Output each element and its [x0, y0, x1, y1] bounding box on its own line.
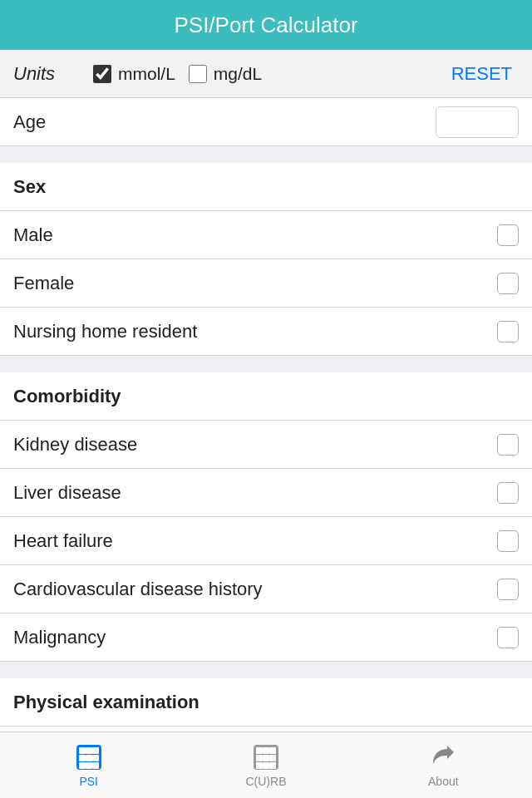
tab-psi-label: PSI [79, 775, 98, 788]
female-checkbox[interactable] [497, 273, 519, 294]
comorbidity-header-row: Comorbidity [0, 372, 532, 421]
spacer-3 [0, 662, 532, 678]
tab-curb-label: C(U)RB [245, 775, 286, 788]
svg-rect-16 [269, 755, 276, 761]
svg-rect-11 [256, 747, 263, 754]
kidney-disease-row: Kidney disease [0, 421, 532, 469]
main-content: Age Sex Male Female Nursing home residen… [0, 98, 532, 798]
liver-disease-label: Liver disease [13, 482, 497, 504]
mgdl-group: mg/dL [189, 64, 262, 84]
female-label: Female [13, 273, 497, 294]
age-label: Age [13, 111, 436, 133]
male-label: Male [13, 224, 497, 246]
male-checkbox[interactable] [497, 224, 519, 246]
cardiovascular-row: Cardiovascular disease history [0, 565, 532, 613]
reset-button[interactable]: RESET [445, 60, 519, 88]
svg-rect-17 [256, 762, 263, 769]
svg-rect-9 [92, 762, 99, 769]
mmol-checkbox[interactable] [93, 65, 111, 83]
svg-rect-19 [269, 762, 276, 769]
spacer-1 [0, 146, 532, 163]
svg-rect-8 [86, 762, 92, 769]
svg-rect-5 [86, 755, 92, 761]
svg-rect-2 [86, 747, 92, 754]
age-input[interactable] [436, 106, 519, 138]
curb-calculator-icon [252, 743, 280, 771]
svg-rect-1 [79, 747, 86, 754]
age-row: Age [0, 98, 532, 146]
svg-rect-6 [92, 755, 99, 761]
mgdl-checkbox[interactable] [189, 65, 207, 83]
about-share-icon [429, 743, 457, 771]
nursing-home-checkbox[interactable] [497, 321, 519, 342]
kidney-disease-label: Kidney disease [13, 434, 497, 456]
physical-header-row: Physical examination [0, 678, 532, 727]
app-title: PSI/Port Calculator [174, 12, 357, 38]
heart-failure-row: Heart failure [0, 517, 532, 565]
spacer-2 [0, 356, 532, 372]
svg-rect-13 [269, 747, 276, 754]
svg-rect-12 [263, 747, 269, 754]
nursing-home-row: Nursing home resident [0, 308, 532, 356]
svg-rect-3 [92, 747, 99, 754]
tab-curb[interactable]: C(U)RB [177, 732, 354, 798]
malignancy-row: Malignancy [0, 613, 532, 662]
svg-rect-7 [79, 762, 86, 769]
cardiovascular-checkbox[interactable] [497, 579, 519, 600]
mmol-label[interactable]: mmol/L [118, 64, 175, 84]
liver-disease-row: Liver disease [0, 469, 532, 517]
cardiovascular-label: Cardiovascular disease history [13, 579, 497, 600]
malignancy-label: Malignancy [13, 627, 497, 648]
svg-rect-14 [256, 755, 263, 761]
mgdl-label[interactable]: mg/dL [214, 64, 262, 84]
nursing-home-label: Nursing home resident [13, 321, 497, 342]
psi-calculator-icon [75, 743, 103, 771]
tab-about[interactable]: About [355, 732, 532, 798]
app-header: PSI/Port Calculator [0, 0, 532, 50]
physical-header-label: Physical examination [13, 692, 200, 713]
units-bar: Units mmol/L mg/dL RESET [0, 50, 532, 98]
mmol-group: mmol/L [93, 64, 175, 84]
kidney-disease-checkbox[interactable] [497, 434, 519, 456]
sex-header-label: Sex [13, 176, 46, 198]
female-row: Female [0, 259, 532, 308]
liver-disease-checkbox[interactable] [497, 482, 519, 504]
svg-rect-18 [263, 762, 269, 769]
comorbidity-header-label: Comorbidity [13, 386, 121, 407]
svg-rect-4 [79, 755, 86, 761]
svg-rect-15 [263, 755, 269, 761]
heart-failure-label: Heart failure [13, 530, 497, 552]
male-row: Male [0, 211, 532, 259]
heart-failure-checkbox[interactable] [497, 530, 519, 552]
tab-psi[interactable]: PSI [0, 732, 177, 798]
malignancy-checkbox[interactable] [497, 627, 519, 648]
units-label: Units [13, 63, 80, 85]
tab-bar: PSI C(U)RB About [0, 732, 532, 798]
sex-header-row: Sex [0, 163, 532, 211]
tab-about-label: About [428, 775, 459, 788]
